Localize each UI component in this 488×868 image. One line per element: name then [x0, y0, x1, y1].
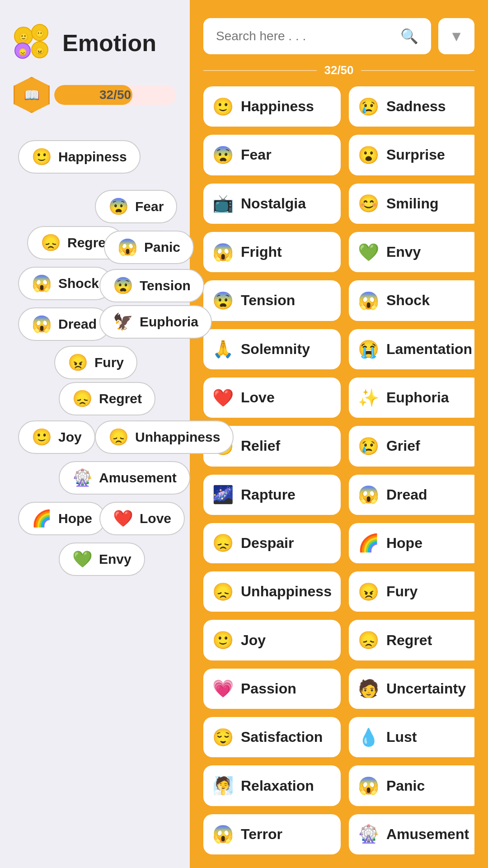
grid-chip-rg8[interactable]: 💚Envy	[349, 232, 474, 272]
grid-chip-rg29[interactable]: 🧖Relaxation	[203, 765, 341, 806]
chip-label: Happiness	[58, 149, 127, 165]
left-chip-lc15[interactable]: ❤️Love	[99, 502, 185, 535]
grid-chip-rg11[interactable]: 🙏Solemnity	[203, 329, 341, 369]
grid-chip-rg3[interactable]: 😨Fear	[203, 135, 341, 175]
chip-emoji: 🙂	[32, 428, 52, 447]
grid-chip-emoji: 🧑	[358, 679, 379, 698]
grid-chip-rg4[interactable]: 😮Surprise	[349, 135, 474, 175]
grid-chip-label: Surprise	[386, 146, 445, 163]
grid-chip-rg14[interactable]: ✨Euphoria	[349, 377, 474, 418]
left-panel: 🙂 😶 😞 😠 Emotion 📖 32/50 🙂Happiness😨Fear😞…	[0, 0, 190, 868]
chip-label: Regret	[99, 391, 142, 406]
grid-chip-rg31[interactable]: 😱Terror	[203, 814, 341, 854]
grid-chip-emoji: 🎡	[358, 824, 379, 844]
left-chip-lc11[interactable]: 🙂Joy	[18, 420, 95, 454]
grid-chip-rg27[interactable]: 😌Satisfaction	[203, 717, 341, 757]
chip-emoji: 😠	[68, 353, 88, 372]
grid-chip-label: Relief	[241, 438, 280, 454]
grid-chip-emoji: 😌	[212, 727, 234, 747]
filter-button[interactable]: ▼	[438, 18, 474, 54]
grid-chip-rg25[interactable]: 💗Passion	[203, 669, 341, 709]
grid-chip-rg20[interactable]: 🌈Hope	[349, 523, 474, 563]
left-chip-lc5[interactable]: 😱Shock	[18, 267, 113, 300]
grid-chip-label: Dread	[386, 486, 427, 503]
left-chip-lc12[interactable]: 😞Unhappiness	[95, 420, 234, 454]
left-chip-lc14[interactable]: 🌈Hope	[18, 502, 106, 535]
grid-chip-rg6[interactable]: 😊Smiling	[349, 184, 474, 224]
grid-chip-rg12[interactable]: 😭Lamentation	[349, 329, 474, 369]
grid-chip-rg2[interactable]: 😢Sadness	[349, 86, 474, 127]
left-chip-lc1[interactable]: 🙂Happiness	[18, 140, 141, 174]
grid-chip-rg13[interactable]: ❤️Love	[203, 377, 341, 418]
left-chip-lc8[interactable]: 🦅Euphoria	[99, 305, 212, 339]
grid-chip-rg21[interactable]: 😞Unhappiness	[203, 571, 341, 612]
progress-track: 32/50	[54, 85, 176, 105]
grid-chip-rg28[interactable]: 💧Lust	[349, 717, 474, 757]
search-input[interactable]	[216, 29, 393, 43]
grid-chip-label: Rapture	[241, 486, 296, 503]
grid-chip-label: Tension	[241, 292, 295, 309]
chip-label: Tension	[140, 278, 191, 293]
svg-text:🙂: 🙂	[19, 32, 29, 42]
grid-chip-emoji: 📺	[212, 193, 234, 213]
grid-chip-emoji: 💗	[212, 679, 234, 698]
grid-chip-label: Unhappiness	[241, 583, 332, 600]
left-chip-lc16[interactable]: 💚Envy	[59, 542, 145, 576]
chip-emoji: 😱	[32, 274, 52, 293]
app-header: 🙂 😶 😞 😠 Emotion	[14, 23, 176, 63]
grid-chip-emoji: 😨	[212, 145, 234, 165]
grid-chip-rg10[interactable]: 😱Shock	[349, 280, 474, 321]
chip-emoji: ❤️	[113, 509, 133, 528]
left-chip-lc10[interactable]: 😞Regret	[59, 382, 155, 415]
left-chip-lc6[interactable]: 😨Tension	[99, 269, 204, 302]
grid-chip-rg17[interactable]: 🌌Rapture	[203, 475, 341, 515]
left-chip-lc2[interactable]: 😨Fear	[95, 190, 177, 223]
chip-emoji: 😱	[32, 315, 52, 334]
grid-chip-label: Sadness	[386, 98, 446, 115]
grid-chip-label: Solemnity	[241, 341, 310, 358]
chip-emoji: 🌈	[32, 509, 52, 528]
grid-chip-rg19[interactable]: 😞Despair	[203, 523, 341, 563]
grid-chip-label: Smiling	[386, 195, 439, 212]
left-chip-lc7[interactable]: 😱Dread	[18, 307, 110, 341]
grid-chip-emoji: 🙂	[212, 630, 234, 650]
grid-chip-rg22[interactable]: 😠Fury	[349, 571, 474, 612]
grid-chip-rg26[interactable]: 🧑Uncertainty	[349, 669, 474, 709]
grid-chip-emoji: 😱	[212, 242, 234, 262]
grid-chip-rg5[interactable]: 📺Nostalgia	[203, 184, 341, 224]
left-chip-lc4[interactable]: 😱Panic	[104, 231, 194, 264]
chip-label: Shock	[58, 276, 99, 291]
grid-chip-rg9[interactable]: 😨Tension	[203, 280, 341, 321]
grid-chip-rg23[interactable]: 🙂Joy	[203, 620, 341, 660]
chip-label: Dread	[58, 316, 97, 332]
chip-label: Joy	[58, 429, 82, 445]
grid-chip-emoji: 😱	[358, 291, 379, 311]
grid-chip-emoji: ❤️	[212, 388, 234, 408]
grid-chip-rg1[interactable]: 🙂Happiness	[203, 86, 341, 127]
left-chip-lc9[interactable]: 😠Fury	[54, 346, 137, 379]
left-chip-lc13[interactable]: 🎡Amusement	[59, 461, 190, 495]
progress-text: 32/50	[99, 88, 131, 102]
grid-chip-rg32[interactable]: 🎡Amusement	[349, 814, 474, 854]
progress-bar-container: 📖 32/50	[14, 77, 176, 113]
grid-chip-label: Love	[241, 389, 275, 406]
chip-emoji: 😞	[108, 428, 129, 447]
chips-area: 🙂Happiness😨Fear😞Regret😱Panic😱Shock😨Tensi…	[14, 131, 176, 854]
grid-chip-rg16[interactable]: 😢Grief	[349, 426, 474, 466]
search-box: 🔍	[203, 18, 431, 54]
search-row: 🔍 ▼	[203, 18, 474, 54]
grid-chip-rg18[interactable]: 😱Dread	[349, 475, 474, 515]
grid-chip-label: Passion	[241, 680, 296, 697]
grid-chip-rg24[interactable]: 😞Regret	[349, 620, 474, 660]
grid-chip-rg30[interactable]: 😱Panic	[349, 765, 474, 806]
chip-label: Envy	[99, 552, 131, 567]
grid-chip-rg7[interactable]: 😱Fright	[203, 232, 341, 272]
grid-chip-emoji: 😱	[358, 776, 379, 796]
chip-emoji: 😨	[113, 276, 133, 295]
chip-emoji: 💚	[72, 550, 93, 569]
grid-chip-label: Euphoria	[386, 389, 449, 406]
grid-chip-emoji: 😨	[212, 291, 234, 311]
grid-chip-label: Panic	[386, 778, 425, 794]
grid-chip-emoji: 🙂	[212, 97, 234, 117]
chip-label: Unhappiness	[135, 429, 220, 445]
